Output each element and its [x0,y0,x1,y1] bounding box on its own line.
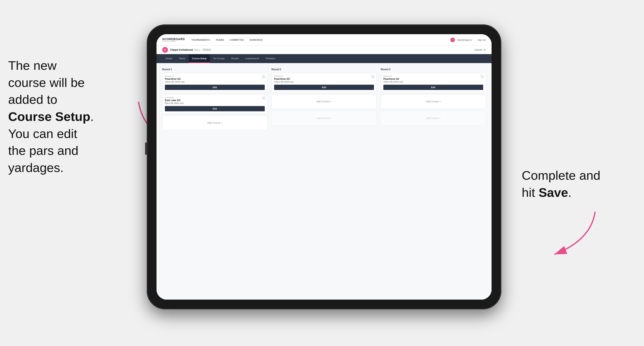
round-2-add-course-active-label: Add Course + [316,100,332,103]
round-1-course-b-delete[interactable]: ⊟ [262,96,266,100]
tab-bar: Details Teams Course Setup Tee Groups Re… [156,54,492,63]
round-1-course-b-edit[interactable]: Edit [165,106,265,111]
tab-details[interactable]: Details [162,54,176,63]
nav-rankings[interactable]: RANKINGS [250,38,262,42]
tab-results[interactable]: Results [228,54,242,63]
brand-name: SCOREBOARD [162,38,185,40]
round-1-course-a-details: Yellow (M) (6629 yds) [165,81,265,83]
round-2-header: Round 2 [272,68,376,71]
sign-out-link[interactable]: Sign out [478,39,486,41]
user-email: blair@clippd.io [457,39,472,41]
round-1-header: Round 1 [162,68,268,71]
round-1-course-b-card: ⊟ (Course B) East Lake GC Black (M) (689… [162,94,268,114]
nav-tournaments[interactable]: TOURNAMENTS [191,38,210,42]
brand-sub: Powered by clippd [162,40,185,42]
round-2-add-course-active[interactable]: Add Course + [272,94,376,109]
round-1-column: Round 1 ⊟ (Course A) Peachtree GC Yellow… [162,68,268,132]
round-3-column: Round 3 ⊟ (Course A) Peachtree GC Yellow… [381,68,486,132]
round-2-add-course-disabled-label: Add Course + [316,117,332,120]
round-3-add-course-disabled: Add Course + [381,111,486,126]
main-content: Round 1 ⊟ (Course A) Peachtree GC Yellow… [156,63,492,300]
round-1-add-course[interactable]: Add Course + [162,116,268,130]
tablet-screen: SCOREBOARD Powered by clippd TOURNAMENTS… [156,34,492,300]
tournament-logo: C [162,47,168,53]
round-1-course-b-details: Black (M) (6891 yds) [165,102,265,104]
round-1-course-a-edit[interactable]: Edit [165,85,265,90]
app-content: SCOREBOARD Powered by clippd TOURNAMENTS… [156,34,492,300]
tablet-device: SCOREBOARD Powered by clippd TOURNAMENTS… [147,24,501,309]
tab-course-setup[interactable]: Course Setup [189,54,210,63]
round-2-course-a-delete[interactable]: ⊟ [371,75,375,78]
round-3-header: Round 3 [381,68,486,71]
left-annotation: The new course will be added to Course S… [8,57,134,176]
nav-teams[interactable]: TEAMS [216,38,224,42]
tab-leaderboards[interactable]: Leaderboards [242,54,262,63]
round-3-course-a-edit[interactable]: Edit [383,85,483,90]
cancel-link[interactable]: Cancel [475,48,482,51]
round-3-add-course-disabled-label: Add Course + [426,117,441,120]
cancel-icon[interactable]: ✕ [484,48,486,51]
tournament-type: (Men) [194,49,200,51]
tournament-name[interactable]: Clippd Invitational [170,48,193,51]
nav-links: TOURNAMENTS TEAMS COMMITTEE RANKINGS [191,38,450,42]
sub-header: C Clippd Invitational (Men) Hosting Canc… [156,46,492,54]
round-1-course-a-card: ⊟ (Course A) Peachtree GC Yellow (M) (66… [162,73,268,92]
tab-teams[interactable]: Teams [176,54,189,63]
top-nav: SCOREBOARD Powered by clippd TOURNAMENTS… [156,34,492,46]
round-2-course-a-card: ⊟ (Course A) Peachtree GC Yellow (M) (66… [272,73,376,92]
round-1-course-b-name: East Lake GC [165,99,265,102]
side-button [145,143,147,155]
brand-logo: SCOREBOARD Powered by clippd [162,38,185,42]
round-2-course-a-edit[interactable]: Edit [274,85,374,90]
round-1-course-a-name: Peachtree GC [165,78,265,80]
tab-tee-groups[interactable]: Tee Groups [210,54,228,63]
right-arrow-annotation [542,208,603,261]
round-1-course-a-delete[interactable]: ⊟ [262,75,266,78]
round-2-column: Round 2 ⊟ (Course A) Peachtree GC Yellow… [272,68,376,132]
hosting-badge: Hosting [202,48,212,51]
nav-committee[interactable]: COMMITTEE [230,38,244,42]
round-1-course-a-label: (Course A) [165,75,265,77]
nav-right: blair@clippd.io | Sign out [450,38,486,42]
round-3-course-a-card: ⊟ (Course A) Peachtree GC Yellow (M) (66… [381,73,486,92]
right-annotation: Complete and hit Save. [522,167,628,201]
round-3-course-a-details: Yellow (M) (6629 yds) [383,81,483,83]
round-1-add-course-label: Add Course + [207,122,222,124]
round-2-course-a-name: Peachtree GC [274,78,374,80]
round-2-add-course-disabled: Add Course + [272,111,376,126]
round-2-course-a-label: (Course A) [274,75,374,77]
rounds-grid: Round 1 ⊟ (Course A) Peachtree GC Yellow… [162,68,486,132]
round-2-course-a-details: Yellow (M) (6629 yds) [274,81,374,83]
round-3-course-a-delete[interactable]: ⊟ [480,75,484,78]
user-avatar [450,38,455,42]
round-3-course-a-label: (Course A) [383,75,483,77]
round-3-add-course-active-label: Add Course + [426,100,441,103]
round-3-course-a-name: Peachtree GC [383,78,483,80]
round-3-add-course-active[interactable]: Add Course + [381,94,486,109]
round-1-course-b-label: (Course B) [165,96,265,99]
tab-printables[interactable]: Printables [262,54,279,63]
